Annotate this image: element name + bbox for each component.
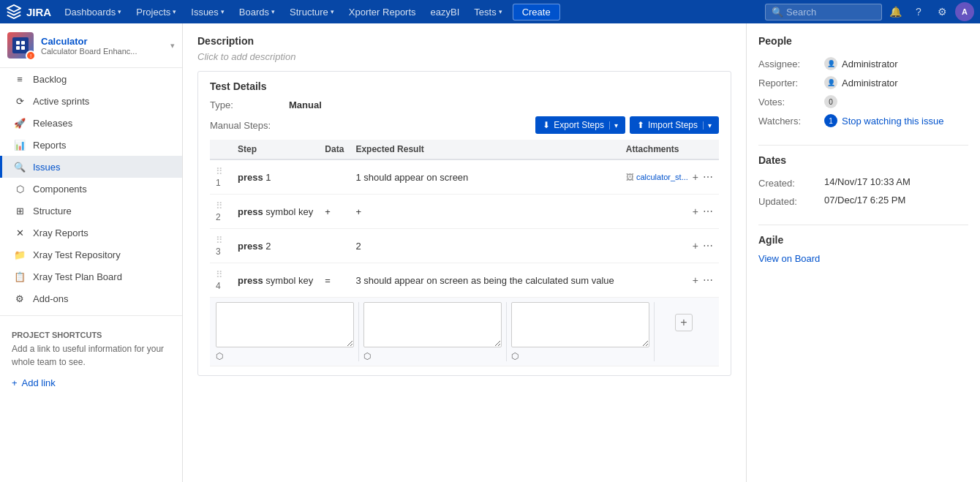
nav-dashboards[interactable]: Dashboards▾ (57, 0, 129, 23)
nav-issues[interactable]: Issues▾ (184, 0, 232, 23)
svg-rect-2 (16, 46, 20, 50)
created-row: Created: 14/Nov/17 10:33 AM (758, 173, 968, 192)
add-step-button[interactable]: + (675, 314, 693, 331)
more-actions-button[interactable]: ⋯ (703, 240, 713, 252)
drag-handle-icon[interactable]: ⠿ (216, 200, 223, 211)
expand-expected-icon[interactable]: ⬡ (511, 351, 519, 361)
view-board-link[interactable]: View on Board (758, 253, 820, 264)
new-data-textarea[interactable] (363, 302, 502, 347)
add-attachment-button[interactable]: + (693, 274, 698, 286)
nav-boards[interactable]: Boards▾ (232, 0, 282, 23)
test-details-title: Test Details (210, 80, 719, 92)
sidebar-item-xray-test-plan-board[interactable]: 📋 Xray Test Plan Board (0, 266, 182, 287)
new-step-textarea[interactable] (216, 302, 354, 347)
sidebar-item-xray-test-repository[interactable]: 📁 Xray Test Repository (0, 244, 182, 266)
settings-icon[interactable]: ⚙ (932, 1, 952, 22)
sidebar-item-releases[interactable]: 🚀 Releases (0, 112, 182, 134)
sidebar-item-issues[interactable]: 🔍 Issues (0, 156, 182, 178)
nav-projects[interactable]: Projects▾ (129, 0, 184, 23)
more-actions-button[interactable]: ⋯ (703, 274, 713, 286)
export-steps-button[interactable]: ⬇ Export Steps ▾ (535, 116, 625, 134)
drag-handle-icon[interactable]: ⠿ (216, 269, 223, 280)
type-label: Type: (210, 99, 283, 110)
add-attachment-button[interactable]: + (693, 240, 698, 252)
step-num-label: 4 (216, 281, 221, 291)
add-attachment-button[interactable]: + (693, 171, 698, 183)
import-steps-button[interactable]: ⬆ Import Steps ▾ (630, 116, 719, 134)
jira-logo[interactable]: JIRA (6, 4, 51, 20)
search-input[interactable] (786, 7, 874, 18)
description-section: Description Click to add description (197, 35, 731, 62)
project-desc: Calculator Board Enhanc... (41, 47, 163, 56)
attachment-link[interactable]: 🖼calculator_st... (626, 173, 688, 181)
expand-step-icon[interactable]: ⬡ (216, 351, 223, 361)
click-to-add-description[interactable]: Click to add description (197, 51, 731, 62)
drag-handle-icon[interactable]: ⠿ (216, 166, 223, 177)
avatar[interactable]: A (955, 2, 974, 21)
project-name: Calculator (41, 36, 163, 47)
step-attachments-cell: +⋯ (620, 263, 719, 298)
help-icon[interactable]: ? (908, 1, 929, 22)
more-actions-button[interactable]: ⋯ (703, 206, 713, 217)
step-attachments-cell: +⋯ (620, 195, 719, 229)
sidebar-item-add-ons[interactable]: ⚙ Add-ons (0, 287, 182, 309)
notifications-icon[interactable]: 🔔 (885, 1, 905, 22)
col-header-data: Data (319, 140, 350, 159)
sidebar-item-components[interactable]: ⬡ Components (0, 178, 182, 200)
top-navigation: JIRA Dashboards▾ Projects▾ Issues▾ Board… (0, 0, 980, 23)
import-icon: ⬆ (637, 120, 644, 130)
import-caret-icon: ▾ (703, 121, 712, 129)
nav-structure[interactable]: Structure▾ (282, 0, 342, 23)
sidebar-item-reports[interactable]: 📊 Reports (0, 134, 182, 156)
new-step-add-cell: + (655, 302, 713, 331)
step-action-bold: press (238, 275, 263, 286)
drag-handle-icon[interactable]: ⠿ (216, 235, 223, 246)
components-icon: ⬡ (14, 183, 26, 195)
step-action-rest: symbol key (263, 206, 314, 217)
description-title: Description (197, 35, 731, 47)
expand-data-icon[interactable]: ⬡ (363, 351, 371, 361)
xray-repo-icon: 📁 (14, 249, 26, 260)
svg-rect-1 (21, 41, 25, 45)
xray-plan-icon: 📋 (14, 271, 26, 282)
add-link-button[interactable]: + Add link (12, 374, 170, 391)
structure-icon: ⊞ (14, 205, 26, 216)
votes-label: Votes: (758, 95, 824, 108)
updated-row: Updated: 07/Dec/17 6:25 PM (758, 192, 968, 210)
add-attachment-button[interactable]: + (693, 206, 698, 217)
sidebar-item-structure[interactable]: ⊞ Structure (0, 200, 182, 222)
test-details-section: Test Details Type: Manual Manual Steps: … (197, 71, 731, 376)
step-action-rest: 2 (263, 241, 271, 252)
more-actions-button[interactable]: ⋯ (703, 171, 713, 183)
step-number-cell: ⠿ 2 (210, 195, 232, 229)
create-button[interactable]: Create (513, 4, 560, 20)
people-section: People Assignee: 👤 Administrator Reporte… (758, 35, 968, 130)
new-step-row: ⬡ ⬡ ⬡ + (210, 298, 719, 366)
right-panel: People Assignee: 👤 Administrator Reporte… (746, 23, 980, 482)
dates-title: Dates (758, 154, 968, 166)
sidebar-item-active-sprints[interactable]: ⟳ Active sprints (0, 90, 182, 112)
search-box[interactable]: 🔍 (765, 4, 882, 20)
sidebar-item-backlog[interactable]: ≡ Backlog (0, 68, 182, 90)
dates-section: Dates Created: 14/Nov/17 10:33 AM Update… (758, 154, 968, 210)
step-action-bold: press (238, 206, 263, 217)
new-data-field: ⬡ (359, 302, 507, 361)
watchers-value: 1 Stop watching this issue (824, 114, 968, 127)
nav-xporter[interactable]: Xporter Reports (342, 0, 423, 23)
shortcuts-title: PROJECT SHORTCUTS (12, 331, 170, 339)
stop-watching-link[interactable]: Stop watching this issue (842, 116, 943, 127)
agile-section: Agile View on Board (758, 234, 968, 264)
nav-tests[interactable]: Tests▾ (467, 0, 509, 23)
step-number-cell: ⠿ 4 (210, 263, 232, 298)
sidebar-item-xray-reports[interactable]: ✕ Xray Reports (0, 222, 182, 244)
step-num-label: 1 (216, 178, 221, 188)
step-expected-cell: + (350, 195, 619, 229)
nav-eazybi[interactable]: eazyBI (423, 0, 467, 23)
step-expected-cell: 1 should appear on screen (350, 159, 619, 195)
image-icon: 🖼 (626, 173, 634, 181)
new-expected-textarea[interactable] (511, 302, 649, 347)
people-title: People (758, 35, 968, 47)
project-dropdown-icon[interactable]: ▾ (170, 41, 175, 50)
svg-rect-3 (21, 46, 25, 50)
search-icon: 🔍 (772, 7, 783, 18)
